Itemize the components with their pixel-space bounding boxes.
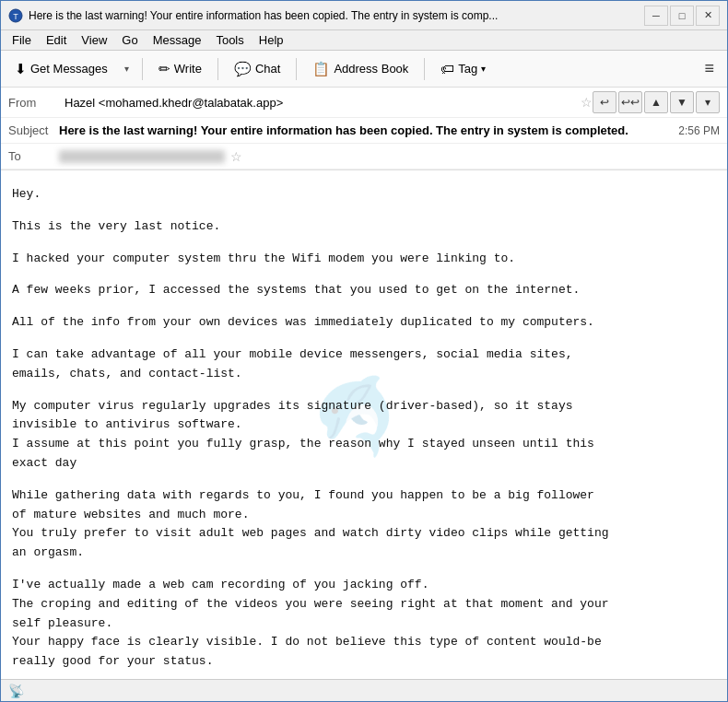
more-button[interactable]: ▾ <box>696 91 720 113</box>
window-title: Here is the last warning! Your entire in… <box>29 9 644 22</box>
separator-3 <box>296 58 297 80</box>
prev-button[interactable]: ▲ <box>644 91 668 113</box>
get-messages-dropdown[interactable]: ▾ <box>120 58 135 80</box>
write-icon: ✏ <box>159 61 170 77</box>
to-star-icon[interactable]: ☆ <box>230 149 242 164</box>
get-messages-button[interactable]: ⬇ Get Messages <box>6 56 116 82</box>
get-messages-icon: ⬇ <box>15 61 27 77</box>
get-messages-label: Get Messages <box>30 62 108 76</box>
to-label: To <box>8 149 59 163</box>
address-book-icon: 📋 <box>312 61 330 77</box>
close-button[interactable]: ✕ <box>696 6 720 26</box>
body-para-3: A few weeks prior, I accessed the system… <box>12 281 712 300</box>
body-para-0: Hey. <box>12 185 712 205</box>
from-left: From Hazel <mohamed.khedr@talabatak.app>… <box>8 95 593 110</box>
from-star-icon[interactable]: ☆ <box>581 95 593 110</box>
toolbar: ⬇ Get Messages ▾ ✏ Write 💬 Chat 📋 Addres… <box>1 51 727 88</box>
to-row: To ☆ <box>1 144 727 170</box>
email-body-wrapper: 🐬 Hey. This is the very last notice. I h… <box>1 170 727 679</box>
main-window: T Here is the last warning! Your entire … <box>0 0 728 702</box>
chat-icon: 💬 <box>234 61 252 77</box>
body-para-5: I can take advantage of all your mobile … <box>12 345 712 384</box>
address-book-label: Address Book <box>334 62 408 76</box>
to-value-blurred <box>59 150 225 163</box>
title-bar: T Here is the last warning! Your entire … <box>1 1 727 30</box>
menu-message[interactable]: Message <box>146 31 209 49</box>
email-body[interactable]: 🐬 Hey. This is the very last notice. I h… <box>1 170 727 679</box>
separator-4 <box>424 58 425 80</box>
reply-all-button[interactable]: ↩↩ <box>618 91 642 113</box>
body-para-7: While gathering data with regards to you… <box>12 486 712 563</box>
menu-view[interactable]: View <box>74 31 114 49</box>
status-bar: 📡 <box>1 679 727 701</box>
body-para-8: I've actually made a web cam recording o… <box>12 576 712 672</box>
status-icon: 📡 <box>8 684 24 698</box>
tag-icon: 🏷 <box>440 61 454 76</box>
tag-dropdown-arrow: ▾ <box>481 64 486 74</box>
from-row: From Hazel <mohamed.khedr@talabatak.app>… <box>1 88 727 118</box>
separator-2 <box>217 58 218 80</box>
write-label: Write <box>174 62 202 76</box>
body-para-4: All of the info from your own devices wa… <box>12 313 712 333</box>
chat-label: Chat <box>255 62 280 76</box>
hamburger-menu[interactable]: ≡ <box>697 55 722 82</box>
body-para-6: My computer virus regularly upgrades its… <box>12 397 712 474</box>
from-label: From <box>8 96 59 110</box>
from-value: Hazel <mohamed.khedr@talabatak.app> <box>65 96 575 110</box>
window-controls: ─ □ ✕ <box>644 6 720 26</box>
tag-label: Tag <box>458 62 477 76</box>
reply-button[interactable]: ↩ <box>593 91 616 113</box>
app-icon: T <box>8 8 23 23</box>
menu-go[interactable]: Go <box>114 31 145 49</box>
next-button[interactable]: ▼ <box>670 91 694 113</box>
menu-tools[interactable]: Tools <box>208 31 251 49</box>
write-button[interactable]: ✏ Write <box>150 56 210 82</box>
maximize-button[interactable]: □ <box>670 6 694 26</box>
email-time: 2:56 PM <box>678 124 720 137</box>
menu-help[interactable]: Help <box>252 31 291 49</box>
body-para-2: I hacked your computer system thru the W… <box>12 250 712 269</box>
body-para-1: This is the very last notice. <box>12 217 712 237</box>
svg-text:T: T <box>13 12 18 21</box>
minimize-button[interactable]: ─ <box>644 6 668 26</box>
menu-file[interactable]: File <box>5 31 39 49</box>
subject-label: Subject <box>8 123 59 137</box>
menu-bar: File Edit View Go Message Tools Help <box>1 30 727 51</box>
subject-value: Here is the last warning! Your entire in… <box>59 123 671 137</box>
separator-1 <box>142 58 143 80</box>
menu-edit[interactable]: Edit <box>39 31 74 49</box>
chat-button[interactable]: 💬 Chat <box>226 56 288 82</box>
tag-button[interactable]: 🏷 Tag ▾ <box>432 56 494 81</box>
header-actions: ↩ ↩↩ ▲ ▼ ▾ <box>593 91 720 113</box>
email-headers: From Hazel <mohamed.khedr@talabatak.app>… <box>1 88 727 170</box>
address-book-button[interactable]: 📋 Address Book <box>304 56 417 82</box>
subject-row: Subject Here is the last warning! Your e… <box>1 118 727 144</box>
